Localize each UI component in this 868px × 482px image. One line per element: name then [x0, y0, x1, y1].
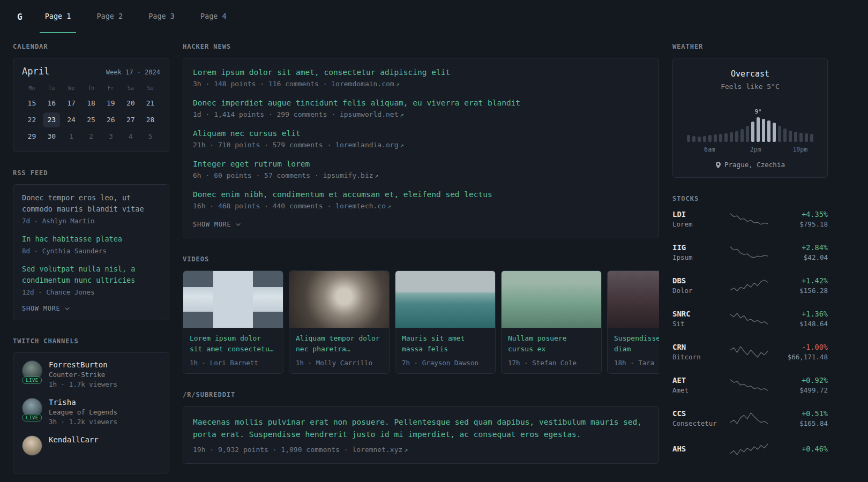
- videos-widget: VIDEOS Lorem ipsum dolor sit amet consec…: [183, 255, 659, 374]
- calendar-dow: We: [62, 83, 81, 94]
- video-title[interactable]: Suspendisse diam: [614, 333, 659, 355]
- calendar-week-meta: Week 17 · 2024: [106, 69, 160, 76]
- stocks-list: LDI Lorem +4.35% $795.18 IIG Ipsum: [672, 210, 828, 456]
- rss-item-meta: 8d · Cynthia Saunders: [22, 247, 160, 255]
- tab-page-1[interactable]: Page 1: [40, 0, 77, 33]
- video-title[interactable]: Nullam posuere cursus ex: [508, 333, 595, 355]
- hn-story-title[interactable]: Donec imperdiet augue tincidunt felis al…: [193, 99, 649, 107]
- rss-headline[interactable]: In hac habitasse platea: [22, 234, 160, 245]
- rss-headline[interactable]: Donec tempor eros leo, ut commodo mauris…: [22, 192, 160, 215]
- stock-ticker: LDI: [672, 210, 722, 219]
- stock-row[interactable]: CCS Consectetur +0.51% $165.84: [672, 409, 828, 427]
- stock-row[interactable]: IIG Ipsum +2.84% $42.04: [672, 243, 828, 261]
- stock-ticker: CRN: [672, 343, 722, 351]
- stock-sparkline: [730, 378, 768, 392]
- hn-item: Donec imperdiet augue tincidunt felis al…: [193, 99, 649, 118]
- video-thumbnail[interactable]: [502, 271, 601, 328]
- rss-headline[interactable]: Sed volutpat nulla nisl, a condimentum n…: [22, 263, 160, 286]
- video-card: Lorem ipsum dolor sit amet consectetu… 1…: [183, 270, 283, 374]
- calendar-dow: Su: [140, 83, 160, 94]
- stock-name: Bitcorn: [672, 353, 722, 361]
- calendar-dow: Fr: [101, 83, 121, 94]
- hn-show-more-button[interactable]: SHOW MORE: [193, 221, 649, 228]
- channel-name[interactable]: ForrestBurton: [49, 360, 117, 369]
- stock-sparkline: [730, 212, 768, 226]
- dashboard-page: G Page 1 Page 2 Page 3 Page 4 CALENDAR A…: [0, 0, 868, 482]
- external-link-icon[interactable]: ↗: [387, 202, 391, 210]
- external-link-icon[interactable]: ↗: [404, 446, 408, 454]
- channel-name[interactable]: KendallCarr: [49, 435, 99, 444]
- stock-change: +2.84%: [776, 243, 828, 252]
- tab-page-3[interactable]: Page 3: [143, 0, 180, 33]
- stock-price: $156.28: [776, 287, 828, 295]
- rss-item: Donec tempor eros leo, ut commodo mauris…: [22, 192, 160, 225]
- twitch-channel-row[interactable]: LIVE ForrestBurton Counter-Strike 1h · 1…: [22, 360, 160, 388]
- twitch-channel-row[interactable]: KendallCarr: [22, 435, 160, 456]
- calendar-day: 17: [63, 96, 80, 111]
- rss-item: Sed volutpat nulla nisl, a condimentum n…: [22, 263, 160, 296]
- hn-story-title[interactable]: Integer eget rutrum lorem: [193, 160, 649, 168]
- calendar-dow: Tu: [42, 83, 62, 94]
- tab-page-4[interactable]: Page 4: [195, 0, 232, 33]
- hn-story-title[interactable]: Donec enim nibh, condimentum et accumsan…: [193, 190, 649, 199]
- stock-change: -1.00%: [776, 343, 828, 351]
- show-more-label: SHOW MORE: [22, 305, 61, 312]
- video-meta: 1h · Molly Carrillo: [296, 359, 383, 367]
- video-title[interactable]: Aliquam tempor dolor nec pharetra…: [296, 333, 383, 355]
- rss-item: In hac habitasse platea 8d · Cynthia Sau…: [22, 234, 160, 255]
- hn-story-title[interactable]: Lorem ipsum dolor sit amet, consectetur …: [193, 68, 649, 77]
- subreddit-post-title[interactable]: Maecenas mollis pulvinar erat non posuer…: [193, 416, 649, 441]
- stock-row[interactable]: AET Amet +0.92% $499.72: [672, 376, 828, 394]
- calendar-day-selected: 23: [43, 112, 60, 127]
- video-meta: 18h · Tara: [614, 359, 659, 367]
- video-thumbnail[interactable]: [183, 271, 283, 328]
- calendar-dow: Th: [81, 83, 101, 94]
- calendar-day: 22: [23, 112, 40, 127]
- middle-column: HACKER NEWS Lorem ipsum dolor sit amet, …: [183, 43, 659, 482]
- stock-row[interactable]: DBS Dolor +1.42% $156.28: [672, 276, 828, 295]
- app-logo[interactable]: G: [13, 0, 30, 33]
- rss-widget-title: RSS FEED: [13, 169, 169, 177]
- video-thumbnail[interactable]: [395, 271, 495, 328]
- calendar-day-next-month: 1: [63, 129, 80, 144]
- video-thumbnail[interactable]: [289, 271, 389, 328]
- subreddit-widget: /R/SUBREDDIT Maecenas mollis pulvinar er…: [183, 391, 659, 463]
- rss-widget: RSS FEED Donec tempor eros leo, ut commo…: [13, 169, 169, 320]
- stock-change: +1.42%: [776, 276, 828, 285]
- location-pin-icon: [715, 161, 721, 169]
- external-link-icon[interactable]: ↗: [400, 111, 404, 118]
- calendar-day: 26: [102, 112, 119, 127]
- stock-name: Sit: [672, 320, 722, 328]
- stock-sparkline: [730, 442, 768, 456]
- subreddit-card: Maecenas mollis pulvinar erat non posuer…: [183, 406, 659, 463]
- calendar-day-next-month: 4: [122, 129, 139, 144]
- channel-name[interactable]: Trisha: [49, 398, 117, 406]
- twitch-card: LIVE ForrestBurton Counter-Strike 1h · 1…: [13, 352, 169, 473]
- stock-name: Amet: [672, 386, 722, 394]
- calendar-day: 27: [122, 112, 139, 127]
- stock-row[interactable]: LDI Lorem +4.35% $795.18: [672, 210, 828, 228]
- hn-story-title[interactable]: Aliquam nec cursus elit: [193, 129, 649, 138]
- video-meta: 17h · Stefan Cole: [508, 359, 595, 367]
- stock-ticker: IIG: [672, 243, 722, 252]
- stock-row[interactable]: AHS +0.46%: [672, 442, 828, 456]
- external-link-icon[interactable]: ↗: [400, 141, 404, 149]
- external-link-icon[interactable]: ↗: [375, 172, 379, 179]
- stock-row[interactable]: CRN Bitcorn -1.00% $66,171.48: [672, 343, 828, 361]
- calendar-day: 28: [142, 112, 159, 127]
- video-title[interactable]: Mauris sit amet massa felis: [402, 333, 489, 355]
- rss-show-more-button[interactable]: SHOW MORE: [22, 305, 160, 312]
- time-label: 2pm: [750, 146, 761, 153]
- stock-name: Dolor: [672, 287, 722, 295]
- twitch-channel-row[interactable]: LIVE Trisha League of Legends 3h · 1.2k …: [22, 398, 160, 426]
- top-bar: G Page 1 Page 2 Page 3 Page 4: [13, 0, 855, 33]
- hn-story-meta: 3h · 148 points · 116 comments · loremdo…: [193, 80, 649, 88]
- video-card: Aliquam tempor dolor nec pharetra… 1h · …: [289, 270, 390, 374]
- calendar-day-next-month: 2: [83, 129, 100, 144]
- stock-row[interactable]: SNRC Sit +1.36% $148.64: [672, 310, 828, 328]
- video-title[interactable]: Lorem ipsum dolor sit amet consectetu…: [190, 333, 276, 355]
- video-thumbnail[interactable]: [608, 271, 659, 328]
- stock-name: Lorem: [672, 220, 722, 228]
- external-link-icon[interactable]: ↗: [396, 80, 400, 88]
- tab-page-2[interactable]: Page 2: [91, 0, 128, 33]
